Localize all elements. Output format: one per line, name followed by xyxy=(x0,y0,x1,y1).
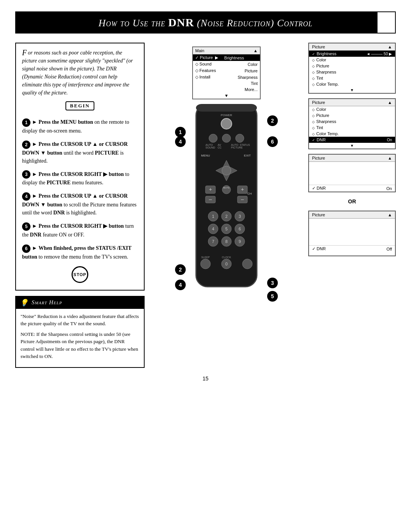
callout-4-bot: 4 xyxy=(175,280,186,290)
svg-text:2: 2 xyxy=(225,214,228,219)
menu2-color: Color xyxy=(309,106,395,112)
step-2: 2► Press the CURSOR UP ▲ or CURSOR DOWN … xyxy=(22,140,138,165)
svg-text:AUTO: AUTO xyxy=(231,144,239,146)
mm-row-tint: Tint xyxy=(193,80,260,86)
callout-4: 4 xyxy=(175,136,186,147)
svg-point-3 xyxy=(221,118,232,129)
menu4-header: Picture ▲ xyxy=(309,211,395,219)
stop-badge: STOP xyxy=(22,266,138,283)
menu2-sharpness: Sharpness xyxy=(309,118,395,125)
svg-text:+: + xyxy=(209,186,212,192)
menu-screen-2: Picture ▲ Color Picture Sharpness Tint xyxy=(308,98,396,149)
menu3-spacer xyxy=(309,162,395,185)
svg-text:PICTURE: PICTURE xyxy=(231,146,243,149)
mm-up-arrow: ▲ xyxy=(253,48,258,53)
callout-2-top: 2 xyxy=(267,115,278,126)
svg-text:STATUS: STATUS xyxy=(240,144,250,146)
callout-3: 3 xyxy=(267,278,278,288)
mm-row-features: ◇ Features Picture xyxy=(193,67,260,74)
smart-help-para2: NOTE: If the Sharpness control setting i… xyxy=(21,331,139,360)
callout-6: 6 xyxy=(267,136,278,147)
svg-point-4 xyxy=(209,134,217,142)
svg-point-5 xyxy=(222,134,231,142)
menu2-colortemp: Color Temp. xyxy=(309,131,395,137)
decorative-f: F xyxy=(22,49,27,56)
svg-point-55 xyxy=(242,259,252,269)
menu-screen-1: Picture ▲ Brightness ◄ ——— 50 ▶ Color Pi… xyxy=(308,43,396,94)
svg-text:EXIT: EXIT xyxy=(244,154,251,157)
center-column: Main ▲ ✓ Picture ▶ Brightness ◇ Sound Co… xyxy=(152,43,301,368)
page-header: How to Use the DNR (Noise Reduction) Con… xyxy=(15,11,396,34)
menu1-brightness: Brightness ◄ ——— 50 ▶ xyxy=(309,51,395,57)
menu3-dnr-on: ✓ DNR On xyxy=(309,185,395,192)
svg-text:5: 5 xyxy=(225,227,228,231)
step-num-2: 2 xyxy=(22,141,30,149)
svg-text:+: + xyxy=(241,186,244,192)
menu1-colortemp: Color Temp. xyxy=(309,81,395,87)
svg-text:8: 8 xyxy=(225,239,228,244)
svg-text:–: – xyxy=(241,196,244,202)
intro-paragraph: F or reasons such as poor cable receptio… xyxy=(22,49,138,97)
svg-text:CLOCK: CLOCK xyxy=(222,256,231,259)
svg-text:9: 9 xyxy=(239,239,241,244)
svg-text:AV: AV xyxy=(218,144,221,146)
callout-2-bot: 2 xyxy=(175,264,186,275)
menu2-footer: ▼ xyxy=(309,143,395,149)
menu1-footer: ▼ xyxy=(309,87,395,93)
svg-point-6 xyxy=(236,134,244,142)
step-num-1: 1 xyxy=(22,118,30,127)
svg-rect-1 xyxy=(196,104,257,112)
svg-text:–: – xyxy=(209,196,212,202)
left-column: F or reasons such as poor cable receptio… xyxy=(15,43,145,368)
svg-text:CH: CH xyxy=(247,192,252,195)
svg-text:3: 3 xyxy=(239,214,241,219)
menu2-picture: Picture xyxy=(309,112,395,118)
step-num-5: 5 xyxy=(22,222,30,231)
remote-illustration: 1 2 4 6 2 3 5 xyxy=(185,104,268,319)
mm-row-install: ◇ Install Sharpness xyxy=(193,74,260,80)
remote-svg: POWER AUTO SOUND AV CC AUTO PICTURE STAT… xyxy=(185,104,268,317)
step-3: 3► Press the CURSOR RIGHT ▶ button to di… xyxy=(22,170,138,187)
menu3-header: Picture ▲ xyxy=(309,155,395,162)
mm-row-picture: ✓ Picture ▶ Brightness xyxy=(193,54,260,61)
menu1-tint: Tint xyxy=(309,75,395,81)
menu1-sharpness: Sharpness xyxy=(309,69,395,75)
step-num-3: 3 xyxy=(22,170,30,179)
menu-screen-4: Picture ▲ ✓ DNR Off xyxy=(308,211,396,256)
svg-text:4: 4 xyxy=(212,227,214,231)
step-5: 5► Press the CURSOR RIGHT ▶ button turn … xyxy=(22,222,138,239)
svg-text:SLEEP: SLEEP xyxy=(201,256,210,259)
mm-row-more: More... xyxy=(193,86,260,93)
callout-5: 5 xyxy=(267,291,278,302)
menu1-color: Color xyxy=(309,57,395,63)
menu4-spacer xyxy=(309,219,395,245)
menu1-header: Picture ▲ xyxy=(309,43,395,51)
step-4: 4► Press the CURSOR UP ▲ or CURSOR DOWN … xyxy=(22,192,138,217)
mm-row-sound: ◇ Sound Color xyxy=(193,61,260,67)
svg-text:CC: CC xyxy=(218,146,221,149)
menu1-picture: Picture xyxy=(309,63,395,69)
svg-text:0: 0 xyxy=(225,262,228,266)
menu2-header: Picture ▲ xyxy=(309,99,395,106)
header-box xyxy=(377,11,396,34)
svg-text:6: 6 xyxy=(239,227,241,231)
stop-circle: STOP xyxy=(72,266,88,283)
menu-screen-3: Picture ▲ ✓ DNR On xyxy=(308,154,396,192)
svg-text:MENU: MENU xyxy=(201,154,210,157)
mm-title: Main xyxy=(195,48,204,53)
bulb-icon: 💡 xyxy=(20,299,29,307)
smart-help-content: "Noise" Reduction is a video adjustment … xyxy=(16,309,144,367)
menu2-tint: Tint xyxy=(309,125,395,131)
svg-point-20 xyxy=(222,166,231,175)
mm-header: Main ▲ xyxy=(193,47,260,54)
callout-1: 1 xyxy=(175,127,186,137)
svg-text:AUTO: AUTO xyxy=(206,144,213,146)
svg-text:POWER: POWER xyxy=(221,113,232,117)
step-num-6: 6 xyxy=(22,244,30,253)
right-column: Picture ▲ Brightness ◄ ——— 50 ▶ Color Pi… xyxy=(308,43,396,368)
step-6: 6► When finished, press the STATUS /EXIT… xyxy=(22,244,138,261)
step-num-4: 4 xyxy=(22,192,30,201)
svg-text:MUTE: MUTE xyxy=(223,187,230,189)
menu4-dnr-off: ✓ DNR Off xyxy=(309,245,395,252)
step-1: 1► Press the MENU button on the remote t… xyxy=(22,118,138,135)
